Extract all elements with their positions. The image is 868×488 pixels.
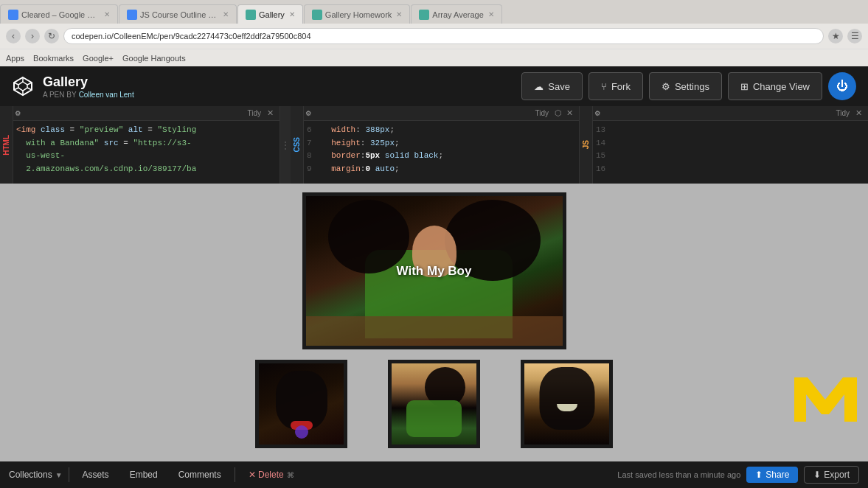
html-editor-toolbar: ⚙ Tidy ✕ bbox=[0, 106, 280, 121]
svg-marker-8 bbox=[794, 377, 857, 422]
js-editor-content[interactable]: 13 14 15 16 bbox=[580, 121, 868, 184]
dog-fur-left bbox=[328, 200, 409, 273]
michigan-m-svg bbox=[794, 374, 857, 425]
address-bar: ‹ › ↻ ★ ☰ bbox=[0, 24, 868, 49]
share-label: Share bbox=[765, 470, 789, 480]
refresh-button[interactable]: ↻ bbox=[44, 29, 59, 43]
settings-button[interactable]: ⚙ Settings bbox=[649, 72, 722, 100]
html-label: HTML bbox=[0, 106, 13, 184]
svg-marker-1 bbox=[18, 82, 27, 91]
code-line: <img class = "preview" alt = "Styling bbox=[16, 124, 277, 137]
tab-gallery[interactable]: Gallery ✕ bbox=[237, 4, 303, 24]
title-area: Gallery A PEN BY Colleen van Lent bbox=[43, 74, 513, 99]
css-close-button[interactable]: ✕ bbox=[566, 108, 573, 118]
code-line: 8 border:5px solid black; bbox=[307, 150, 576, 163]
save-button[interactable]: ☁ Save bbox=[521, 72, 583, 100]
bookmark-label: Apps bbox=[6, 54, 24, 63]
power-icon: ⏻ bbox=[836, 80, 848, 93]
fork-button[interactable]: ⑂ Fork bbox=[588, 72, 643, 100]
bookmark-button[interactable]: ★ bbox=[828, 29, 843, 43]
tab-js-course[interactable]: JS Course Outline – Goog... ✕ bbox=[119, 4, 237, 24]
collections-dropdown-icon: ▼ bbox=[55, 471, 63, 479]
editor-row: ⚙ Tidy ✕ HTML <img class = "preview" alt… bbox=[0, 106, 868, 184]
tab-title-gallery-hw: Gallery Homework bbox=[325, 10, 392, 19]
html-close-button[interactable]: ✕ bbox=[267, 108, 274, 118]
floor bbox=[306, 316, 563, 346]
embed-button[interactable]: Embed bbox=[122, 467, 165, 483]
comments-button[interactable]: Comments bbox=[171, 467, 229, 483]
thumb2-green bbox=[406, 400, 462, 437]
michigan-logo bbox=[794, 374, 857, 428]
collections-button[interactable]: Collections ▼ bbox=[9, 470, 63, 480]
html-editor-panel: ⚙ Tidy ✕ HTML <img class = "preview" alt… bbox=[0, 106, 280, 184]
tab-gallery-hw[interactable]: Gallery Homework ✕ bbox=[304, 4, 410, 24]
bottom-bar: Collections ▼ Assets Embed Comments ✕ De… bbox=[0, 461, 868, 488]
separator-1 bbox=[69, 467, 69, 482]
html-tidy-button[interactable]: Tidy bbox=[247, 109, 261, 117]
assets-button[interactable]: Assets bbox=[75, 467, 117, 483]
tab-close-gallery[interactable]: ✕ bbox=[289, 10, 295, 18]
menu-button[interactable]: ☰ bbox=[847, 29, 862, 43]
code-line: 9 margin:0 auto; bbox=[307, 163, 576, 176]
css-expand-icon[interactable]: ⬡ bbox=[555, 108, 562, 118]
export-label: Export bbox=[824, 470, 850, 480]
address-input[interactable] bbox=[63, 28, 824, 44]
settings-label: Settings bbox=[675, 81, 709, 92]
code-line: 2.amazonaws.com/s.cdnp.io/389177/ba bbox=[16, 163, 277, 176]
export-button[interactable]: ⬇ Export bbox=[804, 466, 859, 484]
tab-close-js[interactable]: ✕ bbox=[223, 10, 229, 18]
js-line: 16 bbox=[596, 163, 865, 176]
tab-icon bbox=[419, 10, 429, 20]
bookmark-label: Bookmarks bbox=[33, 54, 74, 63]
pen-name: Gallery bbox=[43, 74, 513, 90]
js-tidy-button[interactable]: Tidy bbox=[836, 109, 850, 117]
tab-title-js: JS Course Outline – Goog... bbox=[140, 10, 218, 19]
collections-label: Collections bbox=[9, 470, 52, 480]
separator-2 bbox=[235, 467, 235, 482]
bookmark-google-plus[interactable]: Google+ bbox=[83, 54, 114, 63]
css-settings-icon[interactable]: ⚙ bbox=[305, 110, 311, 117]
codepen-logo[interactable] bbox=[12, 75, 34, 97]
tab-close-array-avg[interactable]: ✕ bbox=[488, 10, 494, 18]
change-view-button[interactable]: ⊞ Change View bbox=[728, 72, 822, 100]
css-editor-content[interactable]: 6 width: 388px; 7 height: 325px; 8 borde… bbox=[291, 121, 579, 184]
bookmark-apps[interactable]: Apps bbox=[6, 54, 24, 63]
tab-cleared[interactable]: Cleared – Google Drive ✕ bbox=[0, 4, 118, 24]
bookmark-hangouts[interactable]: Google Hangouts bbox=[122, 54, 186, 63]
js-line: 13 bbox=[596, 124, 865, 137]
cloud-icon: ☁ bbox=[534, 81, 544, 92]
delete-button[interactable]: ✕ Delete ⌘ bbox=[241, 467, 302, 483]
collar-tag bbox=[295, 425, 308, 439]
power-button[interactable]: ⏻ bbox=[828, 72, 856, 100]
code-line: us-west- bbox=[16, 150, 277, 163]
thumbnail-2[interactable] bbox=[388, 360, 480, 448]
tab-array-avg[interactable]: Array Average ✕ bbox=[411, 4, 502, 24]
resize-handle[interactable]: ⋮ bbox=[280, 106, 291, 184]
view-icon: ⊞ bbox=[740, 81, 749, 92]
bookmark-bookmarks[interactable]: Bookmarks bbox=[33, 54, 74, 63]
forward-button[interactable]: › bbox=[25, 29, 40, 43]
js-close-button[interactable]: ✕ bbox=[855, 108, 862, 118]
back-button[interactable]: ‹ bbox=[6, 29, 21, 43]
thumbnail-3[interactable] bbox=[521, 360, 613, 448]
html-editor-content[interactable]: <img class = "preview" alt = "Styling wi… bbox=[0, 121, 280, 184]
bookmarks-bar: Apps Bookmarks Google+ Google Hangouts bbox=[0, 49, 868, 66]
tab-close-gallery-hw[interactable]: ✕ bbox=[396, 10, 402, 18]
share-button[interactable]: ⬆ Share bbox=[746, 467, 798, 483]
cp-buttons: ☁ Save ⑂ Fork ⚙ Settings ⊞ Change View ⏻ bbox=[521, 72, 856, 100]
settings-icon: ⚙ bbox=[662, 81, 670, 92]
js-settings-icon[interactable]: ⚙ bbox=[594, 110, 600, 117]
html-settings-icon[interactable]: ⚙ bbox=[15, 110, 21, 117]
css-tidy-button[interactable]: Tidy bbox=[535, 109, 549, 117]
author-name[interactable]: Colleen van Lent bbox=[79, 91, 134, 99]
tab-title-array-avg: Array Average bbox=[432, 10, 484, 19]
css-label: CSS bbox=[291, 106, 304, 184]
export-icon: ⬇ bbox=[813, 470, 821, 480]
tab-close-cleared[interactable]: ✕ bbox=[104, 10, 110, 18]
pen-author: A PEN BY Colleen van Lent bbox=[43, 90, 513, 99]
thumb3-dog bbox=[539, 367, 594, 430]
pen-by-label: A PEN BY bbox=[43, 91, 77, 99]
save-label: Save bbox=[548, 81, 570, 92]
thumbnail-1[interactable] bbox=[255, 360, 347, 448]
codepen-header: Gallery A PEN BY Colleen van Lent ☁ Save… bbox=[0, 66, 868, 106]
